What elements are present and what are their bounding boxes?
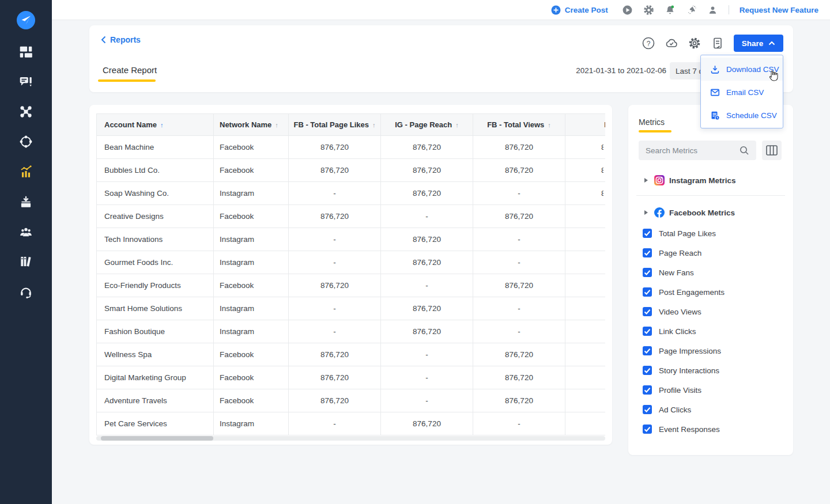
- checkbox-checked[interactable]: [643, 268, 652, 277]
- column-header-fb-total-views[interactable]: FB - Total Views↑: [473, 114, 565, 136]
- plus-circle-icon: [551, 5, 561, 15]
- checkbox-checked[interactable]: [643, 327, 652, 336]
- svg-text:?: ?: [647, 40, 651, 48]
- cell-network-name: Instagram: [214, 320, 289, 343]
- request-new-feature-link[interactable]: Request New Feature: [740, 6, 818, 14]
- cell-ig-page-reach: 876,720: [381, 228, 473, 251]
- report-table-card: Account Name↑Network Name↑FB - Total Pag…: [89, 105, 612, 445]
- column-header-fb-posts[interactable]: FB - Posts: [565, 114, 606, 136]
- report-header-card: Reports Create Report 2021-01-31 to 2021…: [89, 25, 793, 92]
- metrics-panel: Metrics Instagram Metrics Facebook Metri…: [628, 105, 793, 455]
- metric-label: Link Clicks: [659, 327, 696, 336]
- checkbox-checked[interactable]: [643, 287, 652, 297]
- create-post-button[interactable]: Create Post: [551, 5, 608, 15]
- date-range-label: 2021-01-31 to 2021-02-06: [576, 66, 666, 75]
- menu-item-email-csv[interactable]: Email CSV: [701, 81, 783, 104]
- cell-network-name: Facebook: [214, 159, 289, 182]
- search-metrics-input[interactable]: [639, 141, 756, 160]
- checkbox-checked[interactable]: [643, 385, 652, 395]
- schedule-icon: [710, 110, 720, 121]
- active-tab-underline: [98, 79, 156, 82]
- settings-gear-icon[interactable]: [688, 36, 701, 50]
- menu-item-label: Download CSV: [726, 65, 779, 74]
- cell-network-name: Facebook: [214, 366, 289, 389]
- posts-icon[interactable]: [18, 74, 33, 89]
- menu-item-download-csv[interactable]: Download CSV: [701, 58, 783, 81]
- cloud-check-icon[interactable]: [665, 36, 678, 50]
- bell-notification-icon[interactable]: [665, 5, 676, 16]
- cell-fb-total-views: 876,720: [473, 343, 565, 366]
- metric-label: Total Page Likes: [659, 229, 716, 238]
- announcements-icon[interactable]: [686, 5, 697, 16]
- support-icon[interactable]: [18, 284, 33, 299]
- table-row: Bubbles Ltd Co.Facebook876,720876,720876…: [97, 159, 606, 182]
- checkbox-checked[interactable]: [643, 307, 652, 316]
- cell-account-name: Digital Marketing Group: [97, 366, 214, 389]
- metric-list-item: Page Reach: [628, 243, 793, 263]
- table-row: Gourmet Foods Inc.Instagram-876,720-: [97, 251, 606, 274]
- download-icon: [710, 64, 720, 75]
- play-circle-icon[interactable]: [622, 5, 633, 16]
- column-header-fb-total-page-likes[interactable]: FB - Total Page Likes↑: [289, 114, 381, 136]
- cell-network-name: Instagram: [214, 228, 289, 251]
- sidebar: [0, 0, 52, 504]
- connect-icon[interactable]: [18, 104, 33, 119]
- cell-ig-page-reach: 876,720: [381, 412, 473, 435]
- cell-network-name: Facebook: [214, 205, 289, 228]
- inbox-icon[interactable]: [18, 194, 33, 209]
- library-icon[interactable]: [18, 254, 33, 269]
- dashboard-icon[interactable]: [18, 44, 33, 59]
- column-header-account-name[interactable]: Account Name↑: [97, 114, 214, 136]
- menu-item-label: Schedule CSV: [726, 111, 777, 120]
- metric-label: New Fans: [659, 268, 694, 277]
- analytics-icon-active[interactable]: [18, 164, 33, 179]
- cell-fb-posts-clipped: 876,720: [565, 136, 606, 159]
- cell-account-name: Fashion Boutique: [97, 320, 214, 343]
- cell-fb-total-page-likes: 876,720: [289, 205, 381, 228]
- cell-network-name: Instagram: [214, 297, 289, 320]
- app-logo-icon[interactable]: [16, 10, 36, 30]
- cell-fb-total-views: 876,720: [473, 205, 565, 228]
- cell-fb-total-views: -: [473, 297, 565, 320]
- report-log-icon[interactable]: [711, 36, 725, 50]
- column-settings-button[interactable]: [762, 141, 782, 160]
- sort-arrow-icon: ↑: [548, 122, 551, 128]
- tab-create-report[interactable]: Create Report: [103, 65, 157, 75]
- checkbox-checked[interactable]: [643, 346, 652, 355]
- tab-metrics[interactable]: Metrics: [639, 118, 665, 127]
- cell-fb-total-page-likes: 876,720: [289, 366, 381, 389]
- back-link-label: Reports: [110, 35, 141, 44]
- cell-ig-page-reach: -: [381, 366, 473, 389]
- cell-fb-total-page-likes: -: [289, 251, 381, 274]
- table-row: Fashion BoutiqueInstagram-876,720-: [97, 320, 606, 343]
- column-header-network-name[interactable]: Network Name↑: [214, 114, 289, 136]
- checkbox-checked[interactable]: [643, 366, 652, 375]
- checkbox-checked[interactable]: [643, 248, 652, 257]
- cell-fb-total-page-likes: -: [289, 228, 381, 251]
- menu-item-schedule-csv[interactable]: Schedule CSV: [701, 104, 783, 127]
- table-viewport: Account Name↑Network Name↑FB - Total Pag…: [96, 113, 605, 435]
- checkbox-checked[interactable]: [643, 229, 652, 238]
- profile-icon[interactable]: [707, 5, 718, 16]
- section-instagram-metrics[interactable]: Instagram Metrics: [628, 173, 793, 188]
- horizontal-scrollbar-thumb[interactable]: [101, 436, 213, 441]
- cell-ig-page-reach: 876,720: [381, 320, 473, 343]
- cell-account-name: Eco-Friendly Products: [97, 274, 214, 297]
- checkbox-checked[interactable]: [643, 425, 652, 434]
- share-button[interactable]: Share: [734, 35, 783, 52]
- back-to-reports-link[interactable]: Reports: [101, 35, 141, 44]
- cell-fb-total-views: 876,720: [473, 274, 565, 297]
- gear-icon[interactable]: [643, 5, 654, 16]
- metric-label: Event Responses: [659, 425, 720, 434]
- cell-ig-page-reach: 876,720: [381, 297, 473, 320]
- section-facebook-metrics[interactable]: Facebook Metrics: [628, 205, 793, 220]
- horizontal-scrollbar-track[interactable]: [96, 436, 605, 441]
- team-icon[interactable]: [18, 224, 33, 239]
- discover-icon[interactable]: [18, 134, 33, 149]
- help-circle-icon[interactable]: ?: [642, 36, 655, 50]
- create-post-label: Create Post: [565, 6, 608, 14]
- column-header-ig-page-reach[interactable]: IG - Page Reach↑: [381, 114, 473, 136]
- table-row: Adventure TravelsFacebook876,720-876,720: [97, 389, 606, 412]
- metric-list-item: Total Page Likes: [628, 223, 793, 243]
- checkbox-checked[interactable]: [643, 405, 652, 414]
